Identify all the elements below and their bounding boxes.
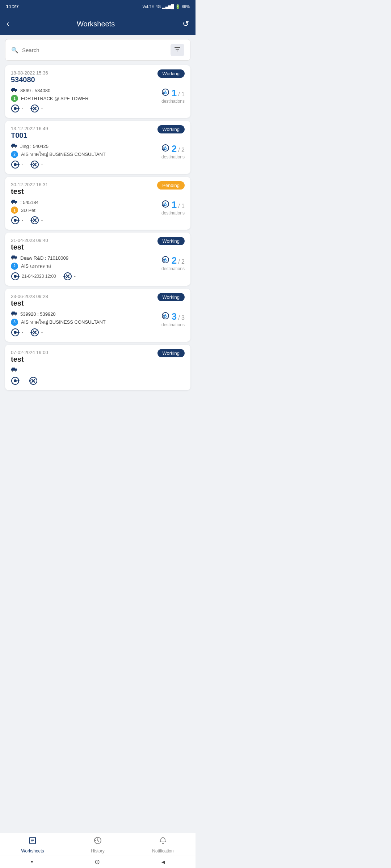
route-start: 21-04-2023 12:00 — [11, 272, 56, 281]
card-title: test — [11, 299, 48, 307]
status-time: 11:27 — [6, 4, 19, 9]
vehicle-icon — [11, 255, 17, 261]
signal-icon: ▂▄▆█ — [162, 4, 174, 9]
card-location: FORTHTRACK @ SPE TOWER — [21, 96, 89, 101]
svg-point-31 — [15, 203, 16, 204]
card-badge: Working — [157, 69, 185, 78]
route-end: - — [30, 216, 43, 225]
svg-point-16 — [12, 147, 13, 148]
card-location: 3D Pet — [21, 208, 35, 213]
search-bar: 🔍 — [5, 39, 190, 61]
route-row: - - — [11, 216, 161, 225]
route-start: - — [11, 216, 23, 225]
route-start-time: 21-04-2023 12:00 — [22, 274, 56, 279]
card-title: T001 — [11, 131, 48, 140]
svg-rect-43 — [12, 256, 15, 257]
card-header: 23-06-2023 09:28 test Working — [11, 294, 185, 310]
search-icon: 🔍 — [11, 47, 18, 54]
route-start-time: - — [22, 106, 23, 111]
svg-point-61 — [14, 331, 17, 334]
route-end: - — [30, 328, 43, 337]
card-vehicle-row: 539920 : 539920 — [11, 311, 161, 317]
dest-count: 2 — [172, 143, 177, 154]
route-end: - — [30, 104, 43, 113]
vehicle-icon — [11, 367, 17, 373]
card-header: 13-12-2022 16:49 T001 Working — [11, 126, 185, 142]
card-vehicle: : 545184 — [20, 200, 39, 205]
card-card2[interactable]: 13-12-2022 16:49 T001 Working — [5, 121, 190, 174]
card-header: 30-12-2022 16:31 test Pending — [11, 182, 185, 198]
card-location-row: 1 3D Pet — [11, 207, 161, 214]
route-row: - - — [11, 328, 161, 337]
svg-point-69 — [164, 316, 166, 318]
card-title: test — [11, 187, 48, 196]
svg-rect-15 — [12, 144, 15, 145]
card-date: 21-04-2023 09:40 — [11, 238, 48, 243]
svg-point-75 — [14, 379, 17, 382]
dest-info: 1 / 1 destinations — [161, 199, 185, 216]
dest-label: destinations — [161, 322, 185, 327]
refresh-button[interactable]: ↺ — [182, 19, 189, 29]
card-badge: Pending — [157, 181, 185, 190]
back-button[interactable]: ‹ — [7, 19, 9, 29]
route-start-time: - — [22, 162, 23, 167]
svg-rect-57 — [12, 312, 15, 313]
card-date: 30-12-2022 16:31 — [11, 182, 48, 187]
card-location-row: 2 AIS แมทพลาส — [11, 262, 161, 270]
dest-total: / 3 — [178, 315, 185, 321]
route-start: - — [11, 328, 23, 337]
svg-rect-71 — [12, 368, 15, 369]
volte-icon: VoLTE — [142, 4, 154, 9]
card-location: AIS แมทพลาส — [21, 262, 51, 270]
card-date: 07-02-2024 19:00 — [11, 350, 48, 355]
vehicle-icon — [11, 199, 17, 205]
dest-label: destinations — [161, 210, 185, 216]
svg-point-33 — [14, 219, 17, 222]
network-icon: 4G — [156, 4, 161, 9]
vehicle-icon — [11, 88, 17, 93]
svg-point-44 — [12, 259, 13, 260]
card-badge: Working — [157, 293, 185, 301]
card-title: test — [11, 355, 48, 363]
svg-point-55 — [164, 260, 166, 261]
dest-info: 3 / 3 destinations — [161, 311, 185, 327]
svg-point-13 — [164, 92, 166, 94]
status-bar: 11:27 VoLTE 4G ▂▄▆█ 🔋 86% — [0, 0, 196, 13]
dest-info: 1 / 1 destinations — [161, 88, 185, 104]
svg-rect-29 — [12, 200, 15, 201]
card-date: 18-08-2022 15:36 — [11, 70, 48, 76]
card-location: AIS หาดใหญ่ BUSINESS CONSULTANT — [21, 318, 106, 326]
card-card3[interactable]: 30-12-2022 16:31 test Pending — [5, 177, 190, 230]
card-card5[interactable]: 23-06-2023 09:28 test Working — [5, 289, 190, 342]
card-location-row: 1 FORTHTRACK @ SPE TOWER — [11, 95, 161, 102]
card-location-row: 2 AIS หาดใหญ่ BUSINESS CONSULTANT — [11, 150, 161, 158]
card-vehicle-row: 8869 : 534080 — [11, 88, 161, 93]
card-badge: Working — [157, 125, 185, 133]
card-card6[interactable]: 07-02-2024 19:00 test Working — [5, 345, 190, 390]
search-input[interactable] — [22, 47, 167, 53]
dest-label: destinations — [161, 99, 185, 104]
card-vehicle-row: : 545184 — [11, 199, 161, 205]
card-vehicle-row — [11, 367, 185, 373]
svg-point-73 — [15, 371, 16, 372]
svg-rect-1 — [12, 88, 15, 90]
card-location-row: 3 AIS หาดใหญ่ BUSINESS CONSULTANT — [11, 318, 161, 326]
svg-point-3 — [15, 91, 16, 92]
svg-point-58 — [12, 315, 13, 316]
card-badge: Working — [157, 237, 185, 245]
card-badge: Working — [157, 349, 185, 357]
card-vehicle: 539920 : 539920 — [20, 311, 56, 317]
card-card4[interactable]: 21-04-2023 09:40 test Working — [5, 233, 190, 286]
filter-button[interactable] — [171, 44, 184, 56]
dest-label: destinations — [161, 266, 185, 271]
svg-point-27 — [164, 148, 166, 150]
card-vehicle: Deaw R&D : 71010009 — [20, 255, 68, 261]
dest-count: 1 — [172, 88, 177, 99]
filter-icon — [174, 46, 181, 52]
route-row: - - — [11, 104, 161, 113]
card-header: 07-02-2024 19:00 test Working — [11, 350, 185, 366]
svg-point-47 — [14, 275, 17, 278]
card-card1[interactable]: 18-08-2022 15:36 534080 Working — [5, 65, 190, 118]
card-title: 534080 — [11, 76, 48, 84]
route-end: - — [30, 160, 43, 169]
